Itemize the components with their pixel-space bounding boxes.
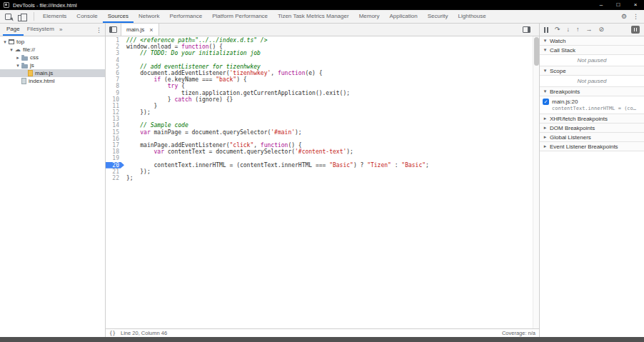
tab-lighthouse[interactable]: Lighthouse xyxy=(453,10,491,23)
line-number-19[interactable]: 19 xyxy=(106,155,124,161)
hide-navigator-icon[interactable] xyxy=(109,26,117,33)
code-text-line-2[interactable]: window.onload = function() { xyxy=(124,44,539,50)
line-number-13[interactable]: 13 xyxy=(106,116,124,122)
line-number-18[interactable]: 18 xyxy=(106,149,124,155)
tree-collapse-icon[interactable]: ▾ xyxy=(2,39,8,45)
line-number-5[interactable]: 5 xyxy=(106,64,124,70)
line-number-22[interactable]: 22 xyxy=(106,175,124,181)
tree-item-js[interactable]: ▾js xyxy=(0,61,105,69)
code-text-line-19[interactable] xyxy=(124,155,539,161)
pretty-print-icon[interactable]: {} xyxy=(109,330,116,336)
tree-collapse-icon[interactable]: ▾ xyxy=(9,47,14,53)
line-number-17[interactable]: 17 xyxy=(106,142,124,149)
editor-scrollbar[interactable] xyxy=(533,36,539,328)
line-number-3[interactable]: 3 xyxy=(106,50,124,56)
step-icon[interactable]: → xyxy=(586,26,593,33)
tab-page[interactable]: Page xyxy=(3,24,24,36)
breakpoint-marker-line-20[interactable]: 20 xyxy=(106,162,124,169)
line-number-11[interactable]: 11 xyxy=(106,103,124,109)
code-text-line-12[interactable]: }); xyxy=(124,109,539,116)
step-into-icon[interactable]: ↓ xyxy=(567,26,570,33)
pause-icon[interactable] xyxy=(544,27,548,33)
code-text-line-9[interactable]: tizen.application.getCurrentApplication(… xyxy=(124,90,539,96)
navigator-kebab-icon[interactable]: ⋮ xyxy=(96,26,102,34)
line-number-9[interactable]: 9 xyxy=(106,90,124,96)
breakpoint-location[interactable]: main.js:20 xyxy=(552,99,578,105)
code-text-line-4[interactable] xyxy=(124,57,539,64)
code-text-line-1[interactable]: /// <reference path="../../index.d.ts" /… xyxy=(124,37,539,44)
tab-elements[interactable]: Elements xyxy=(38,10,71,23)
section-scope[interactable]: ▾Scope xyxy=(540,66,644,76)
tab-application[interactable]: Application xyxy=(385,10,423,23)
code-editor[interactable]: 1/// <reference path="../../index.d.ts" … xyxy=(106,36,539,328)
tree-item-index-html[interactable]: index.html xyxy=(0,77,105,85)
tree-expand-icon[interactable]: ▸ xyxy=(15,55,21,61)
line-number-21[interactable]: 21 xyxy=(106,169,124,175)
code-text-line-5[interactable]: // add eventListener for tizenhwkey xyxy=(124,64,539,70)
line-number-14[interactable]: 14 xyxy=(106,122,124,129)
code-text-line-10[interactable]: } catch (ignore) {} xyxy=(124,96,539,103)
tree-item-css[interactable]: ▸css xyxy=(0,54,105,61)
section-event-listener-breakpoints[interactable]: ▸Event Listener Breakpoints xyxy=(540,142,644,151)
tab-memory[interactable]: Memory xyxy=(354,10,385,23)
code-text-line-18[interactable]: var contentText = document.querySelector… xyxy=(124,149,539,155)
settings-gear-icon[interactable]: ⚙ xyxy=(621,13,627,20)
tab-tizen-task-metrics-manager[interactable]: Tizen Task Metrics Manager xyxy=(273,10,354,23)
line-number-15[interactable]: 15 xyxy=(106,129,124,136)
tab-filesystem[interactable]: Filesystem xyxy=(24,24,58,36)
deactivate-breakpoints-icon[interactable]: ⊘ xyxy=(599,26,605,33)
minimize-button[interactable]: – xyxy=(593,0,610,10)
code-text-line-20[interactable]: contentText.innerHTML = (contentText.inn… xyxy=(124,162,539,169)
close-tab-icon[interactable]: × xyxy=(149,26,153,34)
tab-network[interactable]: Network xyxy=(134,10,164,23)
tree-item-main-js[interactable]: main.js xyxy=(0,69,105,77)
tree-collapse-icon[interactable]: ▾ xyxy=(15,63,21,69)
code-text-line-14[interactable]: // Sample code xyxy=(124,122,539,129)
line-number-7[interactable]: 7 xyxy=(106,76,124,83)
section-dom-breakpoints[interactable]: ▸DOM Breakpoints xyxy=(540,124,644,133)
step-out-icon[interactable]: ↑ xyxy=(576,26,580,33)
more-tabs-icon[interactable]: » xyxy=(59,26,62,33)
tab-console[interactable]: Console xyxy=(71,10,102,23)
tab-sources[interactable]: Sources xyxy=(103,10,134,23)
code-text-line-17[interactable]: mainPage.addEventListener("click", funct… xyxy=(124,142,539,149)
section-watch[interactable]: ▾Watch xyxy=(540,36,644,46)
section-xhr-fetch-breakpoints[interactable]: ▸XHR/fetch Breakpoints xyxy=(540,114,644,124)
code-text-line-22[interactable]: }; xyxy=(124,175,539,181)
code-text-line-15[interactable]: var mainPage = document.querySelector('#… xyxy=(124,129,539,136)
line-number-1[interactable]: 1 xyxy=(106,37,124,44)
tree-item-top[interactable]: ▾top xyxy=(0,38,105,46)
line-number-8[interactable]: 8 xyxy=(106,83,124,89)
inspect-icon[interactable] xyxy=(5,14,11,20)
line-number-6[interactable]: 6 xyxy=(106,70,124,76)
code-text-line-6[interactable]: document.addEventListener('tizenhwkey', … xyxy=(124,70,539,76)
line-number-2[interactable]: 2 xyxy=(106,44,124,50)
tree-item-file[interactable]: ▾☁file:// xyxy=(0,46,105,54)
code-text-line-13[interactable] xyxy=(124,116,539,122)
device-toolbar-icon[interactable] xyxy=(18,14,26,20)
step-over-icon[interactable]: ↷ xyxy=(555,26,560,33)
code-text-line-16[interactable] xyxy=(124,136,539,142)
code-text-line-11[interactable]: } xyxy=(124,103,539,109)
code-text-line-21[interactable]: }); xyxy=(124,169,539,175)
line-number-12[interactable]: 12 xyxy=(106,109,124,116)
line-number-16[interactable]: 16 xyxy=(106,136,124,142)
section-global-listeners[interactable]: ▸Global Listeners xyxy=(540,133,644,142)
tab-platform-performance[interactable]: Platform Performance xyxy=(207,10,273,23)
maximize-button[interactable]: □ xyxy=(610,0,627,10)
close-button[interactable]: × xyxy=(627,0,644,10)
code-text-line-8[interactable]: try { xyxy=(124,83,539,89)
tab-performance[interactable]: Performance xyxy=(164,10,207,23)
scrollbar-thumb[interactable] xyxy=(534,37,539,66)
breakpoint-entry[interactable]: ✓main.js:20contentText.innerHTML = (co… xyxy=(540,96,644,114)
code-text-line-7[interactable]: if (e.keyName === "back") { xyxy=(124,76,539,83)
toggle-debugger-sidebar-icon[interactable] xyxy=(523,26,530,33)
line-number-10[interactable]: 10 xyxy=(106,96,124,103)
breakpoint-checkbox[interactable]: ✓ xyxy=(543,99,549,105)
pause-on-exceptions-icon[interactable] xyxy=(631,26,640,34)
line-number-4[interactable]: 4 xyxy=(106,57,124,64)
code-text-line-3[interactable]: // TODO: Do your initialization job xyxy=(124,50,539,56)
editor-tab-mainjs[interactable]: main.js × xyxy=(121,24,159,36)
section-call-stack[interactable]: ▾Call Stack xyxy=(540,46,644,55)
tab-security[interactable]: Security xyxy=(423,10,453,23)
